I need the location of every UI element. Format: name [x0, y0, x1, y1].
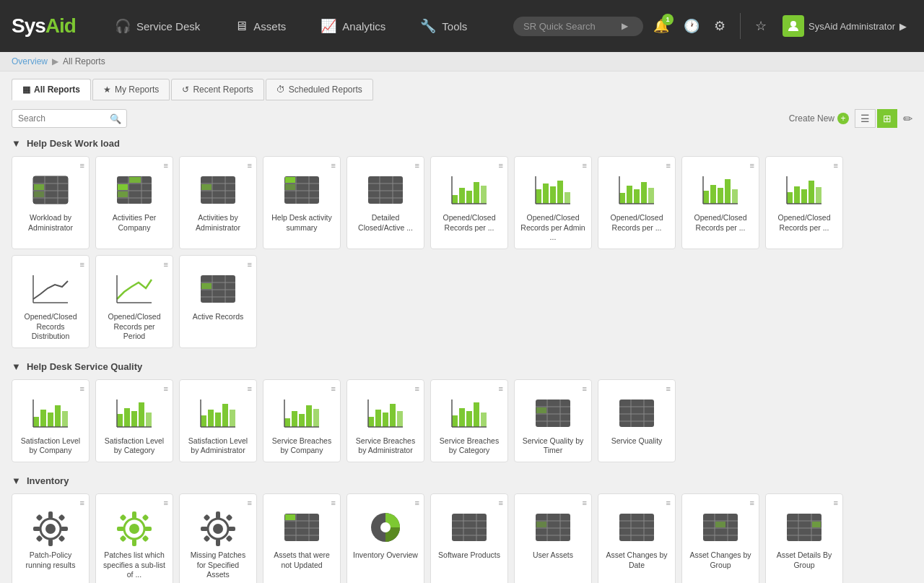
favorites-button[interactable]: ☆ [751, 14, 771, 38]
card-satisfaction-admin[interactable]: ≡ Satisfaction Level by Administrator [179, 379, 257, 462]
tools-icon: 🔧 [420, 18, 436, 34]
quick-search-box[interactable]: ▶ [513, 17, 643, 36]
card-inventory-overview[interactable]: ≡ Inventory Overview [346, 493, 424, 583]
card-menu-icon[interactable]: ≡ [164, 161, 168, 170]
card-menu-icon[interactable]: ≡ [666, 384, 671, 393]
card-opened-closed-per2[interactable]: ≡ Opened/Closed Records per ... [598, 156, 676, 249]
card-menu-icon[interactable]: ≡ [415, 498, 419, 507]
card-helpdesk-activity[interactable]: ≡ Help Desk activity s [263, 156, 341, 249]
svg-rect-164 [216, 539, 220, 546]
section-service-quality: ▼ Help Desk Service Quality ≡ [12, 361, 911, 462]
svg-rect-62 [710, 185, 716, 204]
card-menu-icon[interactable]: ≡ [331, 498, 336, 507]
tab-my-reports[interactable]: ★ My Reports [92, 79, 170, 100]
clock-button[interactable]: 🕐 [679, 14, 704, 38]
card-menu-icon[interactable]: ≡ [666, 498, 671, 507]
svg-rect-170 [226, 535, 233, 543]
edit-button[interactable]: ✏ [903, 112, 912, 126]
card-software-products[interactable]: ≡ Software Products [430, 493, 508, 583]
card-assets-not-updated[interactable]: ≡ Assets that were not Updated [263, 493, 341, 583]
card-menu-icon[interactable]: ≡ [248, 161, 252, 170]
card-patch-policy[interactable]: ≡ [12, 493, 90, 583]
card-asset-details-group[interactable]: ≡ Asset Details By Group [765, 493, 843, 583]
tab-scheduled-reports[interactable]: ⏱ Scheduled Reports [266, 79, 373, 100]
card-menu-icon[interactable]: ≡ [499, 384, 503, 393]
card-opened-closed-per3[interactable]: ≡ Opened/Closed Records per ... [681, 156, 759, 249]
card-breaches-admin[interactable]: ≡ Service Breaches by Administrator [346, 379, 424, 462]
section-quality-header[interactable]: ▼ Help Desk Service Quality [12, 361, 911, 372]
card-activities-company[interactable]: ≡ Activ [95, 156, 173, 249]
card-menu-icon[interactable]: ≡ [80, 161, 84, 170]
breadcrumb-overview[interactable]: Overview [12, 56, 48, 66]
card-breaches-company[interactable]: ≡ Service Breaches by Company [263, 379, 341, 462]
card-menu-icon[interactable]: ≡ [80, 498, 84, 507]
card-satisfaction-category[interactable]: ≡ Satisfaction Level by Category [95, 379, 173, 462]
tab-all-reports[interactable]: ▦ All Reports [12, 79, 91, 100]
card-menu-icon[interactable]: ≡ [583, 498, 587, 507]
card-asset-changes-group[interactable]: ≡ Asset Changes by Group [681, 493, 759, 583]
app-logo[interactable]: SysAid [12, 14, 76, 38]
card-menu-icon[interactable]: ≡ [834, 498, 838, 507]
card-menu-icon[interactable]: ≡ [750, 161, 754, 170]
card-menu-icon[interactable]: ≡ [415, 161, 419, 170]
card-user-assets[interactable]: ≡ User Assets [514, 493, 592, 583]
card-menu-icon[interactable]: ≡ [248, 498, 252, 507]
card-opened-closed-per4[interactable]: ≡ Opened/Closed Records per ... [765, 156, 843, 249]
card-activities-admin[interactable]: ≡ Activities by Administrator [179, 156, 257, 249]
tab-recent-reports[interactable]: ↺ Recent Reports [171, 79, 263, 100]
card-breaches-category[interactable]: ≡ Service Breaches by Category [430, 379, 508, 462]
card-menu-icon[interactable]: ≡ [499, 161, 503, 170]
card-patches-list[interactable]: ≡ [95, 493, 173, 583]
svg-rect-54 [619, 193, 625, 204]
settings-button[interactable]: ⚙ [710, 14, 730, 38]
card-menu-icon[interactable]: ≡ [164, 260, 168, 269]
svg-rect-193 [619, 514, 654, 541]
card-satisfaction-company[interactable]: ≡ Satisfaction Level by Company [12, 379, 90, 462]
card-menu-icon[interactable]: ≡ [834, 161, 838, 170]
nav-tools[interactable]: 🔧 Tools [403, 0, 484, 52]
list-view-button[interactable]: ☰ [855, 109, 876, 128]
nav-assets[interactable]: 🖥 Assets [217, 0, 303, 52]
card-menu-icon[interactable]: ≡ [248, 260, 252, 269]
section-inventory-header[interactable]: ▼ Inventory [12, 475, 911, 486]
card-service-quality[interactable]: ≡ Service Quality [598, 379, 676, 462]
card-menu-icon[interactable]: ≡ [583, 161, 587, 170]
card-icon-table-green [114, 173, 154, 207]
card-menu-icon[interactable]: ≡ [499, 498, 503, 507]
svg-rect-148 [58, 514, 66, 522]
card-menu-icon[interactable]: ≡ [164, 384, 168, 393]
notifications-button[interactable]: 🔔 1 [649, 14, 674, 38]
card-quality-timer[interactable]: ≡ Service Quality by Timer [514, 379, 592, 462]
card-menu-icon[interactable]: ≡ [583, 384, 587, 393]
card-menu-icon[interactable]: ≡ [331, 384, 336, 393]
card-workload-admin[interactable]: ≡ Workl [12, 156, 90, 249]
card-opened-closed-admin[interactable]: ≡ Opened/Closed Records per Admin ... [514, 156, 592, 249]
card-asset-changes-date[interactable]: ≡ Asset Changes by Date [598, 493, 676, 583]
section-workload-header[interactable]: ▼ Help Desk Work load [12, 138, 911, 149]
card-active-records[interactable]: ≡ Active Records [179, 255, 257, 348]
card-menu-icon[interactable]: ≡ [750, 498, 754, 507]
card-menu-icon[interactable]: ≡ [666, 161, 671, 170]
card-opened-closed-dist[interactable]: ≡ Opened/Closed Records Distribution [12, 255, 90, 348]
create-new-plus-icon: + [837, 113, 849, 124]
card-menu-icon[interactable]: ≡ [80, 384, 84, 393]
svg-rect-143 [48, 511, 53, 519]
svg-point-0 [790, 21, 796, 27]
svg-rect-116 [383, 413, 388, 427]
user-profile[interactable]: SysAid Administrator ▶ [777, 15, 912, 37]
card-menu-icon[interactable]: ≡ [331, 161, 336, 170]
quick-search-input[interactable] [523, 21, 617, 32]
svg-rect-69 [794, 186, 800, 204]
grid-view-button[interactable]: ⊞ [877, 109, 897, 128]
card-menu-icon[interactable]: ≡ [80, 260, 84, 269]
card-missing-patches[interactable]: ≡ [179, 493, 257, 583]
card-opened-closed-period[interactable]: ≡ Opened/Closed Records per Period [95, 255, 173, 348]
card-opened-closed-per[interactable]: ≡ Opened/Closed Records per ... [430, 156, 508, 249]
nav-service-desk[interactable]: 🎧 Service Desk [97, 0, 217, 52]
nav-analytics[interactable]: 📈 Analytics [303, 0, 403, 52]
create-new-button[interactable]: Create New + [789, 113, 849, 124]
card-detailed-closed[interactable]: ≡ Detailed Closed/Active ... [346, 156, 424, 249]
card-menu-icon[interactable]: ≡ [248, 384, 252, 393]
card-menu-icon[interactable]: ≡ [415, 384, 419, 393]
card-menu-icon[interactable]: ≡ [164, 498, 168, 507]
